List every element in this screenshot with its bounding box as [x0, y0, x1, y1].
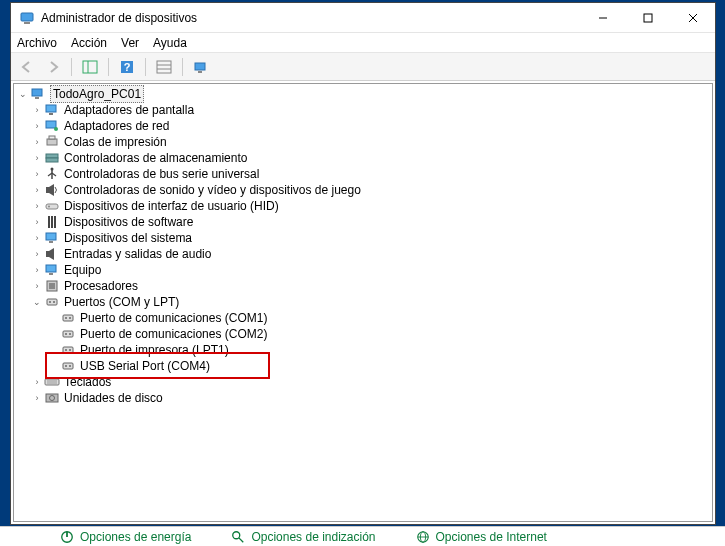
tree-item[interactable]: ›Unidades de disco: [14, 390, 712, 406]
svg-rect-31: [46, 158, 58, 162]
expand-icon[interactable]: ›: [30, 263, 44, 277]
device-manager-window: Administrador de dispositivos Archivo Ac…: [10, 2, 716, 525]
tree-item[interactable]: ›Adaptadores de pantalla: [14, 102, 712, 118]
svg-rect-21: [198, 71, 202, 73]
tree-item[interactable]: ›Controladoras de bus serie universal: [14, 166, 712, 182]
expand-icon[interactable]: ›: [30, 135, 44, 149]
help-button[interactable]: ?: [115, 56, 139, 78]
expand-icon[interactable]: ›: [30, 215, 44, 229]
expand-icon[interactable]: ›: [30, 151, 44, 165]
svg-point-27: [54, 127, 58, 131]
tree-item-label: Adaptadores de red: [64, 118, 169, 134]
forward-button[interactable]: [41, 56, 65, 78]
port-icon: [44, 294, 60, 310]
menu-action[interactable]: Acción: [71, 36, 107, 50]
disk-icon: [44, 390, 60, 406]
svg-rect-43: [46, 233, 56, 240]
collapse-icon[interactable]: ⌄: [16, 87, 30, 101]
tree-item-label: Entradas y salidas de audio: [64, 246, 211, 262]
tree-subitem[interactable]: Puerto de impresora (LPT1): [14, 342, 712, 358]
svg-point-58: [65, 333, 67, 335]
menu-help[interactable]: Ayuda: [153, 36, 187, 50]
expand-icon[interactable]: ›: [30, 231, 44, 245]
tree-item[interactable]: ›Equipo: [14, 262, 712, 278]
svg-rect-28: [47, 139, 57, 145]
port-icon: [60, 310, 76, 326]
taskbar-energy[interactable]: Opciones de energía: [60, 530, 191, 544]
expand-icon[interactable]: ›: [30, 247, 44, 261]
tree-item[interactable]: ›Adaptadores de red: [14, 118, 712, 134]
root-label: TodoAgro_PC01: [50, 85, 144, 103]
port-icon: [60, 342, 76, 358]
app-icon: [19, 10, 35, 26]
audio-icon: [44, 246, 60, 262]
tree-subitem[interactable]: Puerto de comunicaciones (COM1): [14, 310, 712, 326]
svg-rect-50: [49, 283, 55, 289]
svg-rect-17: [157, 61, 171, 73]
svg-rect-45: [46, 251, 49, 257]
svg-point-61: [65, 349, 67, 351]
svg-text:?: ?: [124, 61, 131, 73]
expand-icon[interactable]: ›: [30, 279, 44, 293]
menu-view[interactable]: Ver: [121, 36, 139, 50]
port-icon: [60, 326, 76, 342]
tree-item[interactable]: ⌄Puertos (COM y LPT): [14, 294, 712, 310]
svg-rect-54: [63, 315, 73, 321]
tree-item[interactable]: ›Controladoras de sonido y vídeo y dispo…: [14, 182, 712, 198]
svg-rect-66: [45, 379, 59, 385]
expand-icon[interactable]: ›: [30, 167, 44, 181]
expand-icon[interactable]: ›: [30, 103, 44, 117]
port-icon: [60, 358, 76, 374]
expand-icon[interactable]: ›: [30, 119, 44, 133]
back-button[interactable]: [15, 56, 39, 78]
collapse-icon[interactable]: ⌄: [30, 295, 44, 309]
tree-item[interactable]: ›Dispositivos de software: [14, 214, 712, 230]
maximize-button[interactable]: [625, 3, 670, 33]
tree-item[interactable]: ›Controladoras de almacenamiento: [14, 150, 712, 166]
expand-icon[interactable]: ›: [30, 391, 44, 405]
tree-item[interactable]: ›Entradas y salidas de audio: [14, 246, 712, 262]
show-hide-tree-button[interactable]: [78, 56, 102, 78]
tree-item-label: Controladoras de almacenamiento: [64, 150, 247, 166]
expand-icon[interactable]: ›: [30, 183, 44, 197]
computer-icon: [44, 262, 60, 278]
tree-item-label: Dispositivos de software: [64, 214, 193, 230]
tree-item[interactable]: ›Teclados: [14, 374, 712, 390]
properties-button[interactable]: [152, 56, 176, 78]
svg-marker-46: [49, 248, 54, 260]
svg-rect-26: [46, 121, 56, 128]
svg-rect-41: [51, 216, 53, 228]
hid-icon: [44, 198, 60, 214]
tree-item-label: Teclados: [64, 374, 111, 390]
toolbar-separator: [71, 58, 72, 76]
tree-container[interactable]: ⌄TodoAgro_PC01›Adaptadores de pantalla›A…: [13, 83, 713, 522]
tree-item[interactable]: ›Dispositivos del sistema: [14, 230, 712, 246]
expand-icon[interactable]: ›: [30, 375, 44, 389]
svg-point-53: [53, 301, 55, 303]
svg-point-64: [65, 365, 67, 367]
cpu-icon: [44, 278, 60, 294]
minimize-button[interactable]: [580, 3, 625, 33]
svg-point-65: [69, 365, 71, 367]
close-button[interactable]: [670, 3, 715, 33]
svg-point-39: [48, 206, 50, 208]
tree-root-node[interactable]: ⌄TodoAgro_PC01: [14, 86, 712, 102]
svg-point-56: [69, 317, 71, 319]
svg-rect-23: [35, 97, 39, 99]
expand-icon[interactable]: ›: [30, 199, 44, 213]
tree-item[interactable]: ›Dispositivos de interfaz de usuario (HI…: [14, 198, 712, 214]
taskbar-indexing[interactable]: Opciones de indización: [231, 530, 375, 544]
svg-rect-36: [46, 187, 49, 193]
tree-subitem[interactable]: Puerto de comunicaciones (COM2): [14, 326, 712, 342]
svg-rect-24: [46, 105, 56, 112]
tree-subitem[interactable]: USB Serial Port (COM4): [14, 358, 712, 374]
tree-item[interactable]: ›Procesadores: [14, 278, 712, 294]
search-icon: [231, 530, 245, 544]
svg-rect-7: [21, 13, 33, 21]
tree-item[interactable]: ›Colas de impresión: [14, 134, 712, 150]
scan-hardware-button[interactable]: [189, 56, 213, 78]
taskbar-internet-label: Opciones de Internet: [436, 530, 547, 544]
taskbar-internet[interactable]: Opciones de Internet: [416, 530, 547, 544]
tree-item-label: Equipo: [64, 262, 101, 278]
menu-file[interactable]: Archivo: [17, 36, 57, 50]
